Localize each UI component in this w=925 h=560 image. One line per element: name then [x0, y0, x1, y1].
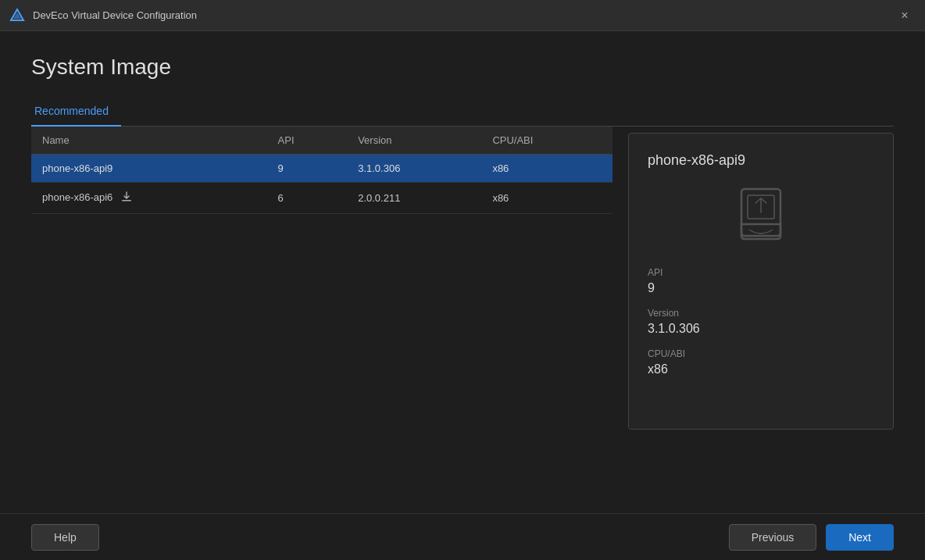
col-version: Version [347, 127, 481, 155]
col-cpuabi: CPU/ABI [481, 127, 612, 155]
close-button[interactable]: × [894, 5, 916, 27]
system-image-table: Name API Version CPU/ABI phone-x86-api9 … [31, 127, 612, 214]
detail-api-label: API [648, 267, 874, 278]
detail-version-value: 3.1.0.306 [648, 322, 874, 336]
page-title: System Image [31, 55, 894, 80]
cell-version: 2.0.0.211 [347, 183, 481, 214]
cell-name: phone-x86-api6 [31, 183, 267, 214]
detail-version-label: Version [648, 308, 874, 319]
table-container: Name API Version CPU/ABI phone-x86-api9 … [31, 127, 612, 214]
table-row[interactable]: phone-x86-api9 9 3.1.0.306 x86 [31, 155, 612, 183]
main-content: System Image Recommended Name API Versio… [0, 31, 925, 505]
detail-panel: phone-x86-api9 API 9 [628, 133, 894, 430]
device-icon-area [648, 181, 874, 251]
device-icon [726, 181, 796, 251]
cell-cpuabi: x86 [481, 183, 612, 214]
col-name: Name [31, 127, 267, 155]
detail-cpuabi-field: CPU/ABI x86 [648, 348, 874, 376]
footer-left: Help [31, 524, 99, 551]
detail-cpuabi-label: CPU/ABI [648, 348, 874, 359]
download-icon[interactable] [120, 191, 133, 205]
col-api: API [267, 127, 348, 155]
cell-version: 3.1.0.306 [347, 155, 481, 183]
app-logo [9, 8, 25, 23]
footer-right: Previous Next [729, 524, 894, 551]
detail-name: phone-x86-api9 [648, 152, 874, 169]
svg-rect-2 [122, 200, 131, 202]
detail-api-field: API 9 [648, 267, 874, 295]
table-section: Name API Version CPU/ABI phone-x86-api9 … [31, 127, 612, 505]
table-row[interactable]: phone-x86-api6 6 2.0.0.211 x8 [31, 183, 612, 214]
cell-cpuabi: x86 [481, 155, 612, 183]
tab-bar: Recommended [31, 98, 894, 127]
next-button[interactable]: Next [826, 524, 894, 551]
footer: Help Previous Next [0, 513, 925, 560]
tab-recommended[interactable]: Recommended [31, 98, 121, 127]
detail-cpuabi-value: x86 [648, 362, 874, 376]
content-area: Name API Version CPU/ABI phone-x86-api9 … [31, 127, 894, 505]
cell-api: 6 [267, 183, 348, 214]
cell-api: 9 [267, 155, 348, 183]
detail-api-value: 9 [648, 281, 874, 295]
title-bar: DevEco Virtual Device Configuration × [0, 0, 925, 31]
window-title: DevEco Virtual Device Configuration [33, 9, 894, 21]
cell-name: phone-x86-api9 [31, 155, 267, 183]
detail-version-field: Version 3.1.0.306 [648, 308, 874, 336]
previous-button[interactable]: Previous [729, 524, 816, 551]
help-button[interactable]: Help [31, 524, 99, 551]
